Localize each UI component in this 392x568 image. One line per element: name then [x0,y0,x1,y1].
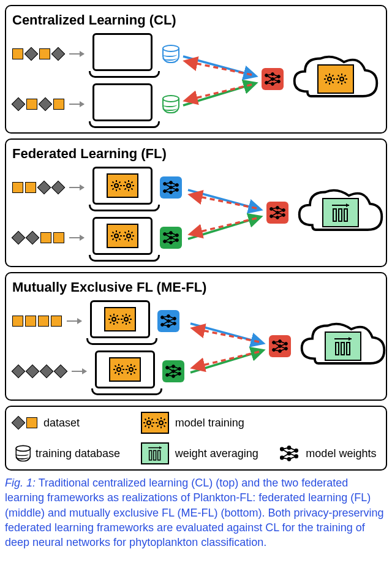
legend-item-dataset: dataset [12,417,124,430]
legend-item-training-database: training database [12,444,124,463]
arrow-icon [69,53,84,55]
dataset-icon [12,98,64,110]
dataset-icon [12,365,67,377]
laptop-icon [89,83,156,125]
database-icon [162,45,177,63]
connector-area [187,300,266,392]
dataset-icon [12,48,64,60]
legend-item-model-training: model training [141,412,262,434]
laptop-icon [89,217,156,259]
client-row [12,33,177,75]
client-row [12,350,184,392]
arrow-icon [67,320,81,322]
figure-caption: Fig. 1: Traditional centralized learning… [5,475,387,550]
legend-item-model-weights: model weights [279,445,380,462]
connector-area [179,33,259,125]
legend: dataset model training training database… [5,406,387,471]
model-training-icon [109,357,141,382]
legend-label: model training [175,417,244,430]
network-icon [160,227,182,249]
panel-title-mefl: Mutually Exclusive FL (ME-FL) [12,279,380,295]
weight-averaging-icon [325,331,361,361]
legend-label: weight averaging [175,447,258,460]
weight-averaging-icon [141,442,169,464]
database-icon [15,445,29,462]
network-icon [269,335,291,357]
cloud-icon [297,317,389,376]
legend-label: training database [36,447,120,460]
connector-area [184,167,264,259]
svg-line-38 [190,350,263,373]
dataset-icon [12,181,64,194]
model-training-icon [107,224,138,248]
panel-fl: Federated Learning (FL) [5,138,387,267]
laptop-icon [91,350,159,392]
model-training-icon [107,173,138,198]
network-icon [157,310,179,332]
network-icon [160,176,182,199]
panel-mefl: Mutually Exclusive FL (ME-FL) [5,272,387,401]
panel-title-cl: Centralized Learning (CL) [12,12,380,28]
network-icon [279,445,300,462]
svg-line-33 [188,190,260,210]
network-icon [162,360,184,382]
svg-line-30 [183,83,255,105]
arrow-icon [72,371,86,372]
svg-line-34 [188,217,260,239]
svg-line-32 [186,85,252,100]
svg-line-40 [193,352,259,368]
legend-label: model weights [306,447,376,460]
laptop-icon [86,300,154,342]
laptop-icon [89,33,156,75]
legend-item-weight-averaging: weight averaging [141,442,262,464]
svg-line-35 [190,195,257,208]
client-row [12,83,177,125]
panel-title-fl: Federated Learning (FL) [12,146,380,162]
arrow-icon [69,237,84,238]
model-training-icon [317,64,354,94]
svg-line-37 [190,324,263,343]
weight-averaging-icon [322,198,359,227]
network-icon [266,202,288,224]
model-training-icon [104,307,136,331]
laptop-icon [89,167,156,208]
svg-line-36 [190,218,257,234]
client-row [12,167,182,208]
panel-cl: Centralized Learning (CL) [5,5,387,134]
cloud-icon [295,184,386,242]
client-row [12,217,182,259]
arrow-icon [69,187,84,188]
network-icon [262,68,284,90]
caption-fig-label: Fig. 1: [5,477,36,489]
legend-label: dataset [43,417,80,430]
svg-line-29 [183,56,255,76]
model-training-icon [141,412,169,434]
dataset-icon [12,316,62,327]
dataset-icon [12,232,64,244]
client-row [12,300,184,342]
cloud-icon [290,50,382,108]
svg-line-31 [186,61,252,75]
arrow-icon [69,104,84,105]
caption-text: Traditional centralized learning (CL) (t… [5,477,384,548]
svg-line-39 [193,328,259,342]
database-icon [162,95,177,113]
